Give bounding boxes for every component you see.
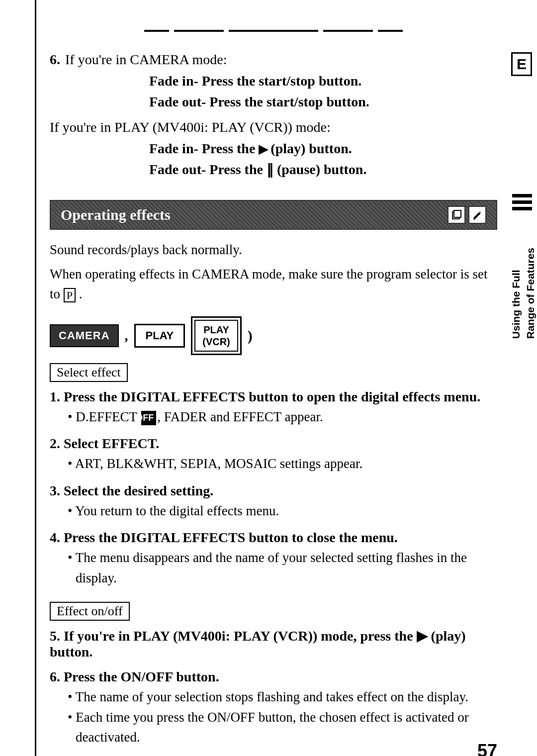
step-6-cont-head: 6. Press the ON/OFF button.: [50, 669, 497, 685]
step-3-head: 3. Select the desired setting.: [50, 483, 497, 499]
step-5: 5. If you're in PLAY (MV400i: PLAY (VCR)…: [50, 628, 497, 660]
step-4: 4. Press the DIGITAL EFFECTS button to c…: [50, 530, 497, 588]
step-5-head: 5. If you're in PLAY (MV400i: PLAY (VCR)…: [50, 628, 497, 660]
step-6-bullet-2: Each time you press the ON/OFF button, t…: [68, 707, 497, 748]
step-3-bullet: You return to the digital effects menu.: [68, 501, 497, 521]
comma: ,: [125, 328, 128, 344]
deco-line: [174, 30, 224, 32]
fade-in-play: Fade in- Press the ▶ (play) button.: [149, 138, 497, 159]
intro-text: If you're in CAMERA mode:: [65, 52, 227, 68]
buttons-row: CAMERA , PLAY PLAY (VCR) ): [50, 316, 497, 355]
step-4-bullet: The menu disappears and the name of your…: [68, 548, 497, 588]
steps-continued-list: 5. If you're in PLAY (MV400i: PLAY (VCR)…: [50, 628, 497, 748]
deco-line: [323, 30, 373, 32]
section-header-title: Operating effects: [61, 206, 171, 223]
play-vcr-button: PLAY (VCR): [194, 320, 238, 352]
description-line1: Sound records/plays back normally.: [50, 240, 497, 260]
step-4-head: 4. Press the DIGITAL EFFECTS button to c…: [50, 530, 497, 546]
sidebar-line-2: [512, 200, 532, 204]
deco-line: [229, 30, 318, 32]
pause-icon: ‖: [267, 162, 277, 177]
step-1: 1. Press the DIGITAL EFFECTS button to o…: [50, 389, 497, 427]
close-paren: ): [248, 327, 253, 344]
select-effect-label: Select effect: [50, 363, 128, 382]
sidebar-lines: [512, 194, 532, 210]
sidebar-line-1: [512, 194, 532, 197]
copy-icon: [451, 209, 462, 220]
sidebar-e-container: E: [511, 52, 532, 76]
play-vcr-wrapper: PLAY (VCR): [191, 316, 242, 355]
fade-out-camera: Fade out- Press the start/stop button.: [149, 92, 497, 112]
svg-rect-1: [454, 210, 461, 217]
deco-line: [378, 30, 403, 32]
sidebar-line-3: [512, 207, 532, 210]
fade-out-play: Fade out- Press the ‖ (pause) button.: [149, 159, 497, 180]
sidebar-vertical-text: Using the Full Range of Features: [509, 248, 537, 339]
intro-section: 6. If you're in CAMERA mode: Fade in- Pr…: [50, 52, 497, 180]
step-6-cont: 6. Press the ON/OFF button. The name of …: [50, 669, 497, 748]
step-2: 2. Select EFFECT. ART, BLK&WHT, SEPIA, M…: [50, 436, 497, 474]
header-icon-pencil: [468, 206, 486, 224]
sidebar-vertical-container: Using the Full Range of Features: [512, 214, 534, 373]
header-icons: [448, 206, 486, 224]
step-6-number: 6.: [50, 52, 60, 68]
step-2-head: 2. Select EFFECT.: [50, 436, 497, 452]
step-2-bullet: ART, BLK&WHT, SEPIA, MOSAIC settings app…: [68, 454, 497, 474]
camera-button: CAMERA: [50, 324, 119, 347]
description-line2: When operating effects in CAMERA mode, m…: [50, 264, 497, 304]
section-header: Operating effects: [50, 200, 497, 230]
e-badge: E: [511, 52, 532, 76]
steps-list: 1. Press the DIGITAL EFFECTS button to o…: [50, 389, 497, 588]
effect-onoff-label: Effect on/off: [50, 602, 130, 621]
step-3: 3. Select the desired setting. You retur…: [50, 483, 497, 521]
p-symbol: P: [64, 288, 76, 302]
header-icon-copy: [448, 206, 465, 224]
fade-in-camera: Fade in- Press the start/stop button.: [149, 71, 497, 92]
deco-line: [144, 30, 169, 32]
play-button: PLAY: [134, 324, 185, 348]
top-decoration: [50, 30, 497, 32]
step-1-head: 1. Press the DIGITAL EFFECTS button to o…: [50, 389, 497, 405]
off-badge: OFF: [141, 411, 156, 425]
step-6-bullet-1: The name of your selection stops flashin…: [68, 687, 497, 707]
play-mode-intro: If you're in PLAY (MV400i: PLAY (VCR)) m…: [50, 119, 497, 135]
page-number: 57: [477, 741, 497, 756]
step-1-bullet: D.EFFECT OFF, FADER and EFFECT appear.: [68, 407, 497, 427]
pencil-icon: [472, 209, 483, 220]
play-icon: ▶: [259, 143, 270, 156]
